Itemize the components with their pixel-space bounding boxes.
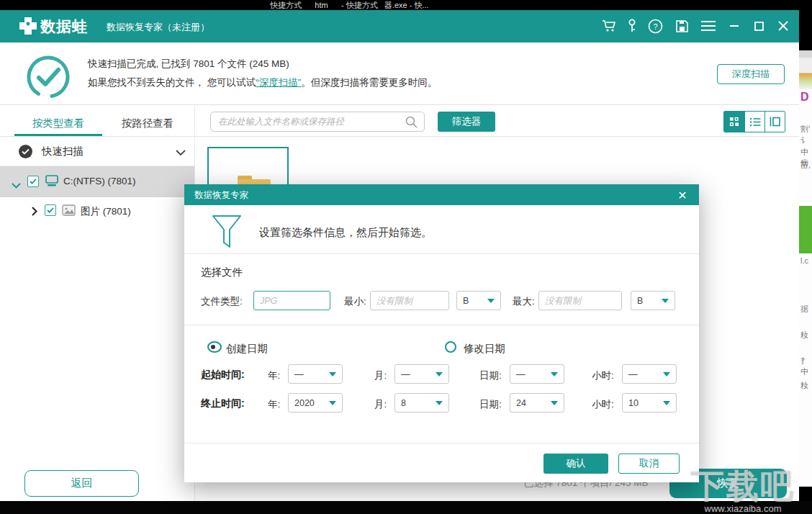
background-gray-bar <box>799 50 812 58</box>
background-fragment: 据 <box>800 304 808 315</box>
end-hour-value: 10 <box>628 398 663 408</box>
end-day-value: 24 <box>516 398 551 408</box>
end-month-select[interactable]: 8 <box>394 393 449 412</box>
dialog-divider <box>184 325 699 325</box>
min-unit-select[interactable]: B <box>456 291 501 310</box>
start-year-select[interactable]: — <box>288 364 343 384</box>
menu-icon[interactable] <box>700 18 717 34</box>
window-close-icon[interactable] <box>775 18 792 34</box>
start-hour-label: 小时: <box>592 369 614 382</box>
app-titlebar: 数据蛙 数据恢复专家（未注册） ? <box>0 10 799 42</box>
dialog-close-icon[interactable]: ✕ <box>675 187 690 203</box>
start-hour-select[interactable]: — <box>622 364 677 384</box>
start-year-value: — <box>294 369 329 379</box>
min-size-input[interactable] <box>370 291 449 310</box>
dialog-titlebar: 数据恢复专家 ✕ <box>184 184 699 205</box>
end-year-label: 年: <box>268 398 280 411</box>
app-window: 数据蛙 数据恢复专家（未注册） ? <box>0 10 799 501</box>
tab-view-by-type[interactable]: 按类型查看 <box>14 111 102 135</box>
cancel-button[interactable]: 取消 <box>618 454 680 474</box>
filter-button[interactable]: 筛选器 <box>438 112 495 132</box>
drive-c-label: C:(NTFS) (7801) <box>63 176 136 186</box>
help-icon[interactable]: ? <box>646 18 664 34</box>
background-fragment: D <box>800 91 809 104</box>
tree-row-images[interactable]: 图片 (7801) <box>0 197 194 226</box>
grid-view-icon[interactable] <box>724 112 744 132</box>
chevron-down-icon[interactable] <box>176 146 186 159</box>
background-window-titles: 快捷方式 htm - 快捷方式 器.exe - 快... <box>270 0 429 10</box>
drive-c-checkbox[interactable] <box>27 176 39 187</box>
file-type-label: 文件类型: <box>201 295 243 308</box>
background-fragment: 扌中 <box>800 356 812 377</box>
dropdown-caret-icon <box>329 372 336 377</box>
end-hour-label: 小时: <box>592 398 614 411</box>
app-title: 数据恢复专家（未注册） <box>107 21 209 34</box>
end-year-select[interactable]: 2020 <box>288 393 343 412</box>
tab-view-by-path[interactable]: 按路径查看 <box>104 111 191 135</box>
start-month-select[interactable]: — <box>394 364 449 384</box>
tree-row-drive-c[interactable]: C:(NTFS) (7801) <box>0 166 194 197</box>
background-dark-block <box>799 487 812 501</box>
search-input[interactable] <box>210 112 425 132</box>
image-icon <box>62 204 76 219</box>
drive-icon <box>45 175 59 190</box>
background-fragment: 籹 <box>800 330 808 341</box>
start-day-select[interactable]: — <box>510 364 564 384</box>
start-month-label: 月: <box>374 369 387 382</box>
filter-dialog: 数据恢复专家 ✕ 设置筛选条件信息，然后开始筛选。 选择文件 文件类型: 最小:… <box>184 184 699 482</box>
max-size-input[interactable] <box>538 291 622 310</box>
logo-text: 数据蛙 <box>40 17 88 37</box>
file-type-input[interactable] <box>253 291 330 310</box>
end-month-label: 月: <box>374 398 387 411</box>
chevron-down-icon[interactable] <box>12 179 21 191</box>
key-icon[interactable] <box>623 18 641 34</box>
start-day-label: 日期: <box>479 369 502 382</box>
created-date-label: 创建日期 <box>226 342 268 356</box>
deep-scan-link[interactable]: “深度扫描” <box>256 77 301 88</box>
minimize-icon[interactable] <box>726 18 743 34</box>
scan-mode-row[interactable]: 快速扫描 <box>0 137 194 166</box>
background-toolbar-sliver <box>799 58 812 73</box>
background-color-sliver <box>799 73 812 89</box>
end-month-value: 8 <box>401 398 436 408</box>
background-fragment: 割' <box>800 124 810 135</box>
created-date-radio[interactable] <box>207 341 222 353</box>
preview-view-icon[interactable] <box>764 112 785 132</box>
background-window-strip: D 割' 讠 中病 苗, l.c 据 籹 扌中 籹 <box>799 10 812 501</box>
start-time-label: 起始时间: <box>201 369 245 382</box>
confirm-button[interactable]: 确认 <box>543 454 608 474</box>
end-hour-select[interactable]: 10 <box>622 393 677 412</box>
dialog-divider <box>184 253 699 254</box>
logo-plus-icon <box>18 16 38 39</box>
dropdown-caret-icon <box>487 299 495 303</box>
images-checkbox[interactable] <box>45 204 56 216</box>
modified-date-radio[interactable] <box>445 341 456 353</box>
end-day-select[interactable]: 24 <box>510 393 564 412</box>
deep-scan-button[interactable]: 深度扫描 <box>717 64 785 84</box>
background-fragment: 苗, <box>800 160 811 171</box>
end-day-label: 日期: <box>479 398 502 411</box>
list-view-icon[interactable] <box>744 112 764 132</box>
scan-hint-prefix: 如果您找不到丢失的文件， 您可以试试 <box>88 77 256 88</box>
dropdown-caret-icon <box>551 372 558 377</box>
view-toggle-group <box>723 111 785 132</box>
back-button[interactable]: 返回 <box>24 470 139 497</box>
save-icon[interactable] <box>673 18 690 34</box>
screen: 快捷方式 htm - 快捷方式 器.exe - 快... 数据蛙 数据恢复专家（… <box>0 0 812 514</box>
funnel-icon <box>212 215 242 252</box>
images-label: 图片 (7801) <box>81 205 131 218</box>
dropdown-caret-icon <box>663 401 670 405</box>
cart-icon[interactable] <box>600 18 618 34</box>
start-hour-value: — <box>628 369 663 379</box>
max-unit-value: B <box>637 296 662 306</box>
maximize-icon[interactable] <box>750 18 767 34</box>
dropdown-caret-icon <box>551 401 558 405</box>
max-size-label: 最大: <box>513 295 535 308</box>
start-year-label: 年: <box>268 369 280 382</box>
scan-hint-suffix: 。但深度扫描将需要更多时间。 <box>301 77 437 88</box>
chevron-right-icon[interactable] <box>32 206 37 219</box>
end-time-label: 终止时间: <box>201 397 245 410</box>
background-fragment: 讠 <box>800 135 808 146</box>
scan-result-text: 快速扫描已完成, 已找到 7801 个文件 (245 MB) <box>88 58 289 71</box>
max-unit-select[interactable]: B <box>631 291 675 310</box>
